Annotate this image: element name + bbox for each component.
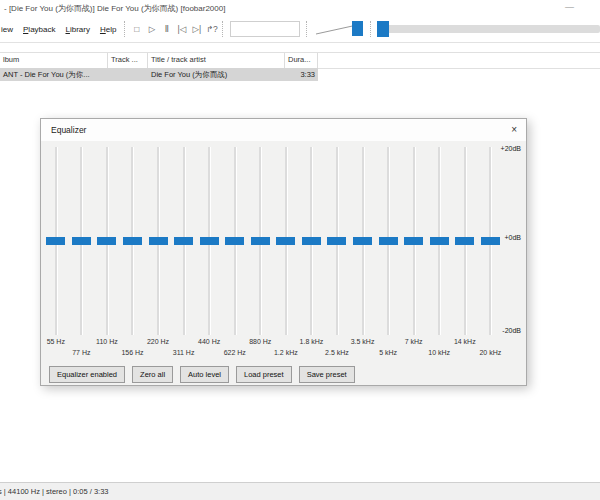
eq-band-label: 3.5 kHz <box>351 338 375 345</box>
playlist-row-selected[interactable]: ANT - Die For You (为你...Die For You (为你而… <box>0 68 318 81</box>
eq-band-label: 622 Hz <box>224 349 246 356</box>
minimize-button[interactable]: — <box>565 2 574 12</box>
eq-slider-handle[interactable] <box>455 237 474 245</box>
eq-band-label: 5 kHz <box>379 349 397 356</box>
eq-band-label: 311 Hz <box>173 349 195 356</box>
eq-band-label: 2.5 kHz <box>325 349 349 356</box>
volume-slider-handle[interactable] <box>352 21 363 36</box>
eq-slider-880-hz[interactable]: 880 Hz <box>248 147 274 335</box>
eq-slider-110-hz[interactable]: 110 Hz <box>94 147 120 335</box>
auto-level-button[interactable]: Auto level <box>180 366 229 383</box>
seekbar-handle[interactable] <box>377 21 389 37</box>
seekbar[interactable] <box>377 20 600 38</box>
equalizer-sliders: 55 Hz77 Hz110 Hz156 Hz220 Hz311 Hz440 Hz… <box>43 147 503 335</box>
toolbar-grip <box>370 21 372 37</box>
eq-band-label: 1.8 kHz <box>300 338 324 345</box>
menu-item-iew[interactable]: iew <box>0 22 18 37</box>
eq-slider-1-8-khz[interactable]: 1.8 kHz <box>299 147 325 335</box>
eq-slider-5-khz[interactable]: 5 kHz <box>375 147 401 335</box>
equalizer-enabled-button[interactable]: Equalizer enabled <box>49 366 125 383</box>
column-header-dura[interactable]: Dura... <box>285 53 318 68</box>
menu-toolbar-bar: iewPlaybackLibraryHelp □▷Ⅱ|◁▷|↱? <box>0 16 600 43</box>
row-cell-album: ANT - Die For You (为你... <box>0 68 108 81</box>
eq-slider-handle[interactable] <box>174 237 193 245</box>
eq-slider-14-khz[interactable]: 14 kHz <box>452 147 478 335</box>
next-button[interactable]: ▷| <box>189 22 204 36</box>
window-title: - [Die For You (为你而战)] Die For You (为你而战… <box>4 3 225 14</box>
eq-band-label: 440 Hz <box>198 338 220 345</box>
eq-slider-handle[interactable] <box>46 237 65 245</box>
column-header-title-track-artist[interactable]: Title / track artist <box>148 53 285 68</box>
stop-button[interactable]: □ <box>129 22 144 36</box>
eq-slider-handle[interactable] <box>276 237 295 245</box>
eq-slider-handle[interactable] <box>379 237 398 245</box>
eq-band-label: 110 Hz <box>96 338 118 345</box>
pause-button[interactable]: Ⅱ <box>159 22 174 36</box>
eq-slider-440-hz[interactable]: 440 Hz <box>196 147 222 335</box>
column-header-track[interactable]: Track ... <box>108 53 148 68</box>
row-cell-duration: 3:33 <box>285 68 318 81</box>
eq-slider-handle[interactable] <box>200 237 219 245</box>
eq-slider-handle[interactable] <box>327 237 346 245</box>
eq-slider-220-hz[interactable]: 220 Hz <box>145 147 171 335</box>
eq-band-label: 10 kHz <box>428 349 450 356</box>
search-input[interactable] <box>230 21 300 37</box>
previous-button[interactable]: |◁ <box>174 22 189 36</box>
playlist-header: lbumTrack ...Title / track artistDura... <box>0 52 600 69</box>
menu-item-help[interactable]: Help <box>95 22 121 37</box>
play-button[interactable]: ▷ <box>144 22 159 36</box>
eq-band-label: 14 kHz <box>454 338 476 345</box>
eq-slider-handle[interactable] <box>97 237 116 245</box>
equalizer-buttons: Equalizer enabledZero allAuto levelLoad … <box>49 366 355 383</box>
eq-slider-7-khz[interactable]: 7 kHz <box>401 147 427 335</box>
equalizer-dialog-body: 55 Hz77 Hz110 Hz156 Hz220 Hz311 Hz440 Hz… <box>41 141 526 385</box>
eq-band-label: 55 Hz <box>47 338 65 345</box>
eq-slider-handle[interactable] <box>302 237 321 245</box>
eq-slider-handle[interactable] <box>225 237 244 245</box>
db-label-minus20: -20dB <box>502 327 521 334</box>
eq-slider-3-5-khz[interactable]: 3.5 kHz <box>350 147 376 335</box>
equalizer-dialog-titlebar[interactable]: Equalizer × <box>41 119 526 141</box>
close-icon[interactable]: × <box>511 124 517 135</box>
title-bar: - [Die For You (为你而战)] Die For You (为你而战… <box>0 0 600 16</box>
eq-band-label: 77 Hz <box>72 349 90 356</box>
random-button[interactable]: ↱? <box>204 22 219 36</box>
eq-slider-handle[interactable] <box>430 237 449 245</box>
toolbar-grip <box>306 21 308 37</box>
eq-slider-handle[interactable] <box>149 237 168 245</box>
eq-band-label: 880 Hz <box>249 338 271 345</box>
eq-slider-622-hz[interactable]: 622 Hz <box>222 147 248 335</box>
menu-bar: iewPlaybackLibraryHelp <box>0 22 121 37</box>
db-label-zero: +0dB <box>504 234 521 241</box>
eq-slider-handle[interactable] <box>251 237 270 245</box>
toolbar-grip <box>222 21 224 37</box>
eq-band-label: 7 kHz <box>405 338 423 345</box>
eq-slider-311-hz[interactable]: 311 Hz <box>171 147 197 335</box>
eq-slider-handle[interactable] <box>72 237 91 245</box>
eq-slider-handle[interactable] <box>123 237 142 245</box>
eq-slider-1-2-khz[interactable]: 1.2 kHz <box>273 147 299 335</box>
row-cell-title: Die For You (为你而战) <box>148 68 285 81</box>
eq-slider-10-khz[interactable]: 10 kHz <box>426 147 452 335</box>
menu-item-playback[interactable]: Playback <box>18 22 60 37</box>
eq-slider-20-khz[interactable]: 20 kHz <box>478 147 504 335</box>
column-header-lbum[interactable]: lbum <box>0 53 108 68</box>
load-preset-button[interactable]: Load preset <box>236 366 292 383</box>
eq-slider-2-5-khz[interactable]: 2.5 kHz <box>324 147 350 335</box>
volume-slider[interactable] <box>313 20 367 38</box>
zero-all-button[interactable]: Zero all <box>132 366 173 383</box>
equalizer-dialog: Equalizer × 55 Hz77 Hz110 Hz156 Hz220 Hz… <box>40 118 527 386</box>
toolbar-grip <box>124 21 126 37</box>
eq-slider-77-hz[interactable]: 77 Hz <box>69 147 95 335</box>
eq-slider-55-hz[interactable]: 55 Hz <box>43 147 69 335</box>
row-cell-track <box>108 68 148 81</box>
save-preset-button[interactable]: Save preset <box>299 366 355 383</box>
eq-slider-handle[interactable] <box>404 237 423 245</box>
playback-toolbar: □▷Ⅱ|◁▷|↱? <box>129 22 219 36</box>
eq-band-label: 20 kHz <box>479 349 501 356</box>
seekbar-track[interactable] <box>387 25 600 33</box>
eq-slider-156-hz[interactable]: 156 Hz <box>120 147 146 335</box>
eq-slider-handle[interactable] <box>481 237 500 245</box>
eq-slider-handle[interactable] <box>353 237 372 245</box>
menu-item-library[interactable]: Library <box>60 22 94 37</box>
